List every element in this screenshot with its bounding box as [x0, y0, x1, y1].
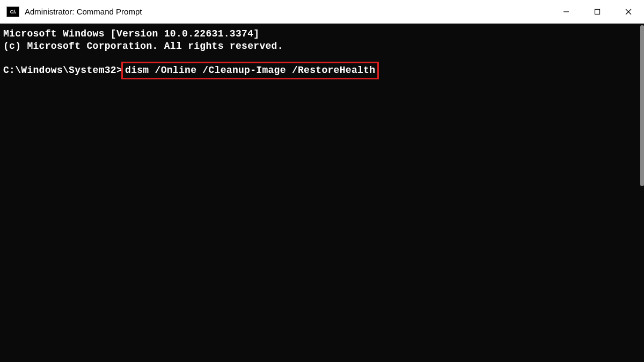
command-highlight-box: dism /Online /Cleanup-Image /RestoreHeal…: [121, 62, 379, 79]
scrollbar-track[interactable]: [638, 24, 644, 362]
app-icon: C:\.: [6, 6, 19, 17]
minimize-icon: [563, 9, 569, 15]
window-title: Administrator: Command Prompt: [25, 7, 142, 16]
terminal-prompt-line: C:\Windows\System32> dism /Online /Clean…: [3, 62, 641, 79]
command-prompt-window: C:\. Administrator: Command Prompt: [0, 0, 644, 362]
titlebar[interactable]: C:\. Administrator: Command Prompt: [0, 0, 644, 24]
svg-rect-1: [595, 10, 600, 14]
window-controls: [551, 0, 644, 23]
terminal-line-version: Microsoft Windows [Version 10.0.22631.33…: [3, 28, 641, 40]
maximize-button[interactable]: [582, 0, 613, 24]
maximize-icon: [594, 9, 601, 15]
scrollbar-thumb[interactable]: [640, 25, 644, 186]
minimize-button[interactable]: [551, 0, 582, 24]
terminal-output[interactable]: Microsoft Windows [Version 10.0.22631.33…: [0, 24, 644, 362]
terminal-line-copyright: (c) Microsoft Corporation. All rights re…: [3, 40, 641, 53]
terminal-prompt: C:\Windows\System32>: [3, 64, 122, 77]
close-icon: [625, 9, 632, 15]
close-button[interactable]: [613, 0, 644, 24]
terminal-command[interactable]: dism /Online /Cleanup-Image /RestoreHeal…: [125, 65, 375, 76]
